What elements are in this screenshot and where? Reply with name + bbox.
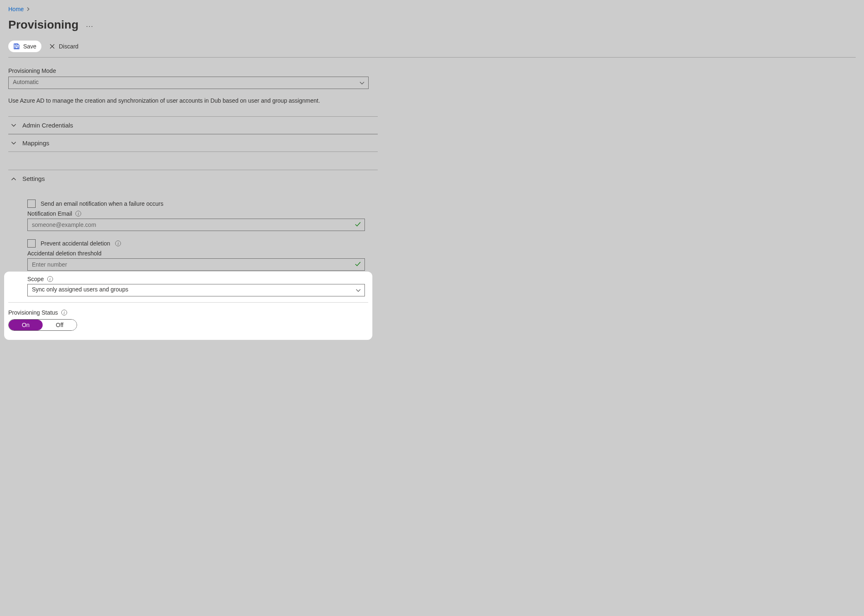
- provisioning-mode-description: Use Azure AD to manage the creation and …: [8, 97, 378, 104]
- send-email-label: Send an email notification when a failur…: [41, 200, 164, 207]
- info-icon[interactable]: i: [47, 276, 53, 282]
- threshold-label: Accidental deletion threshold: [27, 250, 101, 257]
- notification-email-input[interactable]: [27, 219, 365, 231]
- prevent-deletion-label: Prevent accidental deletion: [41, 240, 110, 247]
- svg-rect-1: [15, 44, 17, 46]
- save-button-label: Save: [23, 43, 36, 50]
- scope-select[interactable]: Sync only assigned users and groups: [27, 284, 365, 296]
- threshold-input[interactable]: [27, 258, 365, 271]
- chevron-down-icon: [11, 140, 17, 146]
- save-icon: [13, 43, 20, 50]
- chevron-down-icon: [11, 123, 17, 128]
- chevron-up-icon: [11, 176, 17, 182]
- provisioning-mode-select[interactable]: Automatic: [8, 77, 369, 89]
- provisioning-mode-label: Provisioning Mode: [8, 67, 378, 74]
- info-icon[interactable]: i: [61, 310, 67, 315]
- breadcrumb-home-link[interactable]: Home: [8, 6, 24, 12]
- info-icon[interactable]: i: [115, 241, 121, 246]
- save-button[interactable]: Save: [8, 41, 41, 52]
- more-icon[interactable]: ···: [86, 19, 94, 31]
- chevron-right-icon: [27, 6, 30, 12]
- provisioning-status-label: Provisioning Status: [8, 309, 58, 316]
- toggle-on[interactable]: On: [9, 320, 43, 330]
- toolbar: Save Discard: [8, 41, 856, 57]
- scope-label: Scope: [27, 276, 44, 282]
- section-mappings[interactable]: Mappings: [8, 135, 378, 152]
- svg-rect-0: [15, 47, 18, 48]
- discard-button[interactable]: Discard: [44, 41, 83, 52]
- provisioning-status-toggle[interactable]: On Off: [8, 319, 77, 331]
- section-admin-credentials-label: Admin Credentials: [22, 122, 73, 129]
- notification-email-label: Notification Email: [27, 210, 72, 217]
- scope-status-panel: Scope i Sync only assigned users and gro…: [4, 272, 372, 340]
- section-admin-credentials[interactable]: Admin Credentials: [8, 117, 378, 134]
- page-title: Provisioning: [8, 18, 79, 31]
- close-icon: [49, 43, 56, 50]
- send-email-checkbox[interactable]: [27, 200, 36, 208]
- section-mappings-label: Mappings: [22, 140, 49, 147]
- divider: [8, 302, 368, 303]
- prevent-deletion-checkbox[interactable]: [27, 239, 36, 248]
- info-icon[interactable]: i: [75, 211, 81, 217]
- discard-button-label: Discard: [59, 43, 78, 50]
- section-settings[interactable]: Settings: [8, 170, 378, 187]
- section-settings-label: Settings: [22, 175, 45, 182]
- breadcrumb: Home: [8, 4, 856, 14]
- toggle-off[interactable]: Off: [43, 320, 77, 330]
